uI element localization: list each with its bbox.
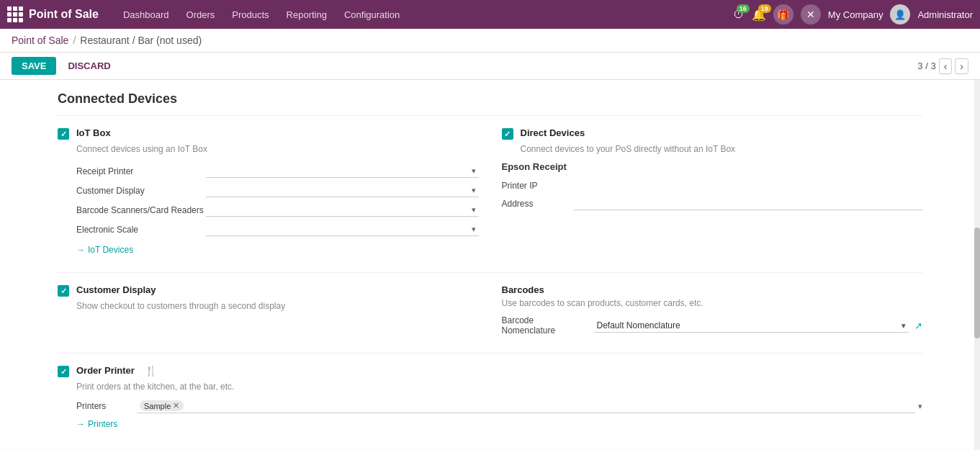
- printers-dropdown-arrow[interactable]: ▾: [918, 402, 922, 411]
- scrollbar[interactable]: [974, 80, 980, 449]
- customer-display-select[interactable]: [206, 184, 479, 197]
- save-button[interactable]: SAVE: [12, 57, 56, 75]
- receipt-printer-label: Receipt Printer: [76, 166, 206, 176]
- main-content: Connected Devices IoT Box Connect device…: [0, 80, 980, 449]
- breadcrumb: Point of Sale / Restaurant / Bar (not us…: [0, 29, 980, 53]
- iot-box-checkbox[interactable]: [58, 128, 69, 140]
- avatar[interactable]: 👤: [890, 4, 910, 24]
- nav-orders[interactable]: Orders: [179, 6, 222, 23]
- iot-box-desc: Connect devices using an IoT Box: [58, 144, 479, 154]
- scrollbar-thumb[interactable]: [974, 228, 980, 338]
- customer-display-select-wrapper[interactable]: [206, 184, 479, 197]
- barcode-nomenclature-select-wrapper[interactable]: Default Nomenclature ▾: [594, 319, 909, 333]
- nav-configuration[interactable]: Configuration: [337, 6, 407, 23]
- receipt-printer-select-wrapper[interactable]: [206, 164, 479, 178]
- barcode-nomenclature-select[interactable]: Default Nomenclature: [594, 319, 909, 333]
- nav-products[interactable]: Products: [225, 6, 276, 23]
- order-printer-section: Order Printer 🍴 Print orders at the kitc…: [58, 365, 922, 429]
- app-title: Point of Sale: [29, 8, 99, 21]
- iot-box-title: IoT Box: [76, 127, 111, 138]
- electronic-scale-label: Electronic Scale: [76, 225, 206, 235]
- customer-display-label: Customer Display: [76, 186, 206, 196]
- barcodes-desc: Use barcodes to scan products, customer …: [502, 298, 923, 308]
- order-printer-checkbox[interactable]: [58, 366, 69, 377]
- customer-display-feature-desc: Show checkout to customers through a sec…: [58, 301, 479, 311]
- two-col-devices: IoT Box Connect devices using an IoT Box…: [58, 127, 922, 255]
- nav-reporting[interactable]: Reporting: [279, 6, 334, 23]
- username[interactable]: Administrator: [917, 9, 973, 20]
- printers-link-label: Printers: [88, 419, 117, 429]
- printers-tag-label: Sample: [144, 402, 171, 410]
- two-col-secondary: Customer Display Show checkout to custom…: [58, 284, 922, 336]
- breadcrumb-root[interactable]: Point of Sale: [12, 35, 68, 46]
- tag-remove-button[interactable]: ✕: [173, 401, 179, 410]
- direct-devices-desc: Connect devices to your PoS directly wit…: [502, 144, 923, 154]
- activity-icon[interactable]: ⏱ 16: [733, 8, 745, 21]
- barcode-scanners-select[interactable]: [206, 203, 479, 217]
- electronic-scale-select-wrapper[interactable]: [206, 222, 479, 236]
- main-nav: Dashboard Orders Products Reporting Conf…: [116, 6, 727, 23]
- close-icon[interactable]: ✕: [801, 4, 821, 24]
- customer-display-header: Customer Display: [58, 284, 479, 297]
- section-divider-1: [58, 272, 922, 273]
- printers-tag: Sample ✕: [140, 400, 184, 411]
- address-input[interactable]: [574, 197, 923, 210]
- barcode-scanners-label: Barcode Scanners/Card Readers: [76, 205, 206, 215]
- pager-next[interactable]: ›: [955, 58, 968, 74]
- barcodes-title: Barcodes: [502, 284, 923, 295]
- iot-devices-link-label: IoT Devices: [88, 245, 133, 255]
- epson-receipt-title: Epson Receipt: [502, 161, 923, 172]
- external-link-icon[interactable]: ↗: [914, 320, 922, 331]
- printers-label: Printers: [76, 401, 134, 411]
- pager-prev[interactable]: ‹: [939, 58, 953, 74]
- breadcrumb-sep: /: [73, 35, 76, 46]
- printers-tag-input[interactable]: Sample ✕: [137, 399, 915, 413]
- company-name[interactable]: My Company: [828, 9, 884, 20]
- customer-display-feature-title: Customer Display: [76, 284, 156, 295]
- content-inner: Connected Devices IoT Box Connect device…: [0, 80, 980, 429]
- electronic-scale-select[interactable]: [206, 222, 479, 236]
- barcode-nomenclature-row: Barcode Nomenclature Default Nomenclatur…: [502, 315, 923, 336]
- order-printer-header: Order Printer 🍴: [58, 365, 922, 377]
- barcode-scanners-select-wrapper[interactable]: [206, 203, 479, 217]
- barcodes-section: Barcodes Use barcodes to scan products, …: [502, 284, 923, 336]
- messages-icon[interactable]: 🔔 19: [752, 8, 766, 22]
- printers-tag-input-field[interactable]: [186, 401, 295, 411]
- breadcrumb-current: Restaurant / Bar (not used): [80, 35, 202, 46]
- receipt-printer-select[interactable]: [206, 164, 479, 178]
- messages-badge: 19: [758, 4, 771, 13]
- apps-icon[interactable]: [7, 6, 23, 22]
- barcode-nomenclature-label: Barcode Nomenclature: [502, 315, 588, 336]
- direct-devices-section: Direct Devices Connect devices to your P…: [502, 127, 923, 255]
- barcode-scanners-row: Barcode Scanners/Card Readers: [58, 200, 479, 220]
- gift-icon[interactable]: 🎁: [773, 4, 794, 24]
- customer-display-row: Customer Display: [58, 181, 479, 200]
- address-label: Address: [502, 199, 574, 209]
- order-printer-desc: Print orders at the kitchen, at the bar,…: [58, 382, 922, 392]
- direct-devices-title: Direct Devices: [521, 127, 585, 138]
- iot-devices-link[interactable]: IoT Devices: [58, 245, 133, 255]
- pager: 3 / 3 ‹ ›: [917, 58, 968, 74]
- utensils-icon: 🍴: [145, 365, 157, 377]
- customer-display-checkbox[interactable]: [58, 285, 69, 297]
- printers-row: Printers Sample ✕ ▾: [58, 399, 922, 413]
- epson-receipt-form: Epson Receipt Printer IP Address: [502, 161, 923, 213]
- printer-ip-label: Printer IP: [502, 181, 574, 191]
- customer-display-section: Customer Display Show checkout to custom…: [58, 284, 479, 321]
- section-title: Connected Devices: [58, 80, 922, 116]
- electronic-scale-row: Electronic Scale: [58, 220, 479, 239]
- navbar: Point of Sale Dashboard Orders Products …: [0, 0, 980, 29]
- navbar-brand[interactable]: Point of Sale: [7, 6, 99, 22]
- printers-link[interactable]: Printers: [58, 419, 117, 429]
- discard-button[interactable]: DISCARD: [62, 57, 116, 75]
- section-divider-2: [58, 353, 922, 354]
- pager-count: 3 / 3: [917, 60, 935, 71]
- order-printer-title: Order Printer: [76, 365, 135, 376]
- direct-devices-checkbox[interactable]: [502, 128, 513, 140]
- nav-dashboard[interactable]: Dashboard: [116, 6, 176, 23]
- receipt-printer-row: Receipt Printer: [58, 161, 479, 181]
- address-row: Address: [502, 194, 923, 213]
- iot-box-section: IoT Box Connect devices using an IoT Box…: [58, 127, 479, 255]
- iot-box-header: IoT Box: [58, 127, 479, 140]
- activity-badge: 16: [737, 4, 750, 13]
